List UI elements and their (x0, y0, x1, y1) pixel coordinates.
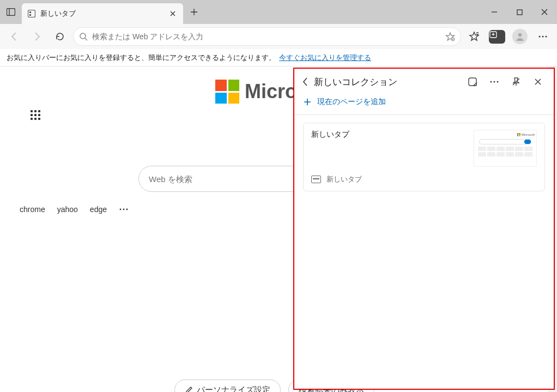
bookmark-bar-text: お気に入りバーにお気に入りを登録すると、簡単にアクセスできるようになります。 (7, 53, 276, 63)
svg-rect-4 (29, 14, 31, 16)
collections-panel: 新しいコレクション 現在のページを追加 新しいタブ Microsoft 新しいタ… (293, 68, 555, 390)
svg-point-26 (494, 81, 495, 83)
minimize-button[interactable] (482, 0, 507, 24)
tab-title: 新しいタブ (40, 9, 164, 19)
address-bar[interactable] (73, 27, 461, 46)
collections-back-button[interactable] (302, 77, 308, 87)
bookmark-bar: お気に入りバーにお気に入りを登録すると、簡単にアクセスできるようになります。 今… (0, 49, 557, 67)
favorites-button[interactable] (464, 27, 484, 46)
tab-favicon-icon (27, 9, 36, 18)
pencil-icon (185, 385, 193, 392)
collections-header: 新しいコレクション (294, 69, 554, 95)
collection-card[interactable]: 新しいタブ Microsoft 新しいタブ (303, 123, 545, 191)
svg-point-14 (538, 35, 540, 37)
svg-point-15 (542, 35, 543, 37)
note-icon[interactable] (464, 74, 481, 90)
svg-point-16 (545, 35, 547, 37)
tab-actions-button[interactable] (0, 0, 22, 24)
card-source: 新しいタブ (326, 174, 362, 184)
collections-title: 新しいコレクション (314, 76, 459, 88)
svg-rect-2 (28, 10, 35, 17)
quick-links-more-icon[interactable] (119, 208, 129, 210)
card-thumbnail: Microsoft (474, 130, 537, 167)
apps-launcher-icon[interactable] (31, 110, 46, 125)
forward-button[interactable] (27, 27, 47, 46)
toolbar (0, 24, 557, 49)
new-tab-button[interactable] (184, 0, 204, 24)
profile-button[interactable] (510, 27, 530, 46)
browser-tab[interactable]: 新しいタブ (22, 3, 183, 24)
svg-point-21 (120, 209, 122, 210)
address-input[interactable] (92, 32, 441, 41)
close-window-button[interactable] (532, 0, 557, 24)
svg-point-23 (126, 209, 128, 210)
divider (294, 114, 554, 115)
personalize-button[interactable]: パーソナライズ設定 (174, 379, 281, 392)
svg-point-27 (497, 81, 499, 83)
personalize-label: パーソナライズ設定 (197, 385, 270, 393)
maximize-button[interactable] (507, 0, 532, 24)
svg-point-13 (518, 33, 522, 37)
collections-button[interactable] (487, 27, 507, 46)
search-icon (79, 32, 88, 41)
add-current-page-button[interactable]: 現在のページを追加 (294, 95, 554, 114)
back-button[interactable] (4, 27, 24, 46)
window-controls (482, 0, 557, 24)
svg-point-7 (80, 33, 86, 39)
svg-rect-3 (29, 11, 31, 13)
plus-icon (303, 98, 312, 106)
quick-link[interactable]: edge (90, 205, 107, 214)
manage-favorites-link[interactable]: 今すぐお気に入りを管理する (279, 53, 371, 63)
svg-point-25 (491, 81, 492, 83)
svg-rect-0 (7, 9, 15, 16)
favorite-star-icon[interactable] (445, 32, 455, 41)
add-current-page-label: 現在のページを追加 (317, 97, 386, 107)
card-title: 新しいタブ (311, 130, 467, 167)
microsoft-logo-icon (215, 80, 239, 104)
collections-more-icon[interactable] (486, 74, 502, 90)
titlebar: 新しいタブ (0, 0, 557, 24)
quick-link[interactable]: chrome (20, 205, 45, 214)
tab-close-button[interactable] (168, 9, 178, 19)
svg-point-22 (123, 209, 125, 210)
quick-link[interactable]: yahoo (57, 205, 78, 214)
svg-line-8 (85, 38, 87, 40)
unpin-icon[interactable] (508, 74, 524, 90)
refresh-button[interactable] (50, 27, 70, 46)
svg-rect-6 (517, 10, 522, 15)
settings-more-button[interactable] (533, 27, 553, 46)
collections-close-button[interactable] (530, 74, 546, 90)
source-icon (311, 176, 321, 183)
